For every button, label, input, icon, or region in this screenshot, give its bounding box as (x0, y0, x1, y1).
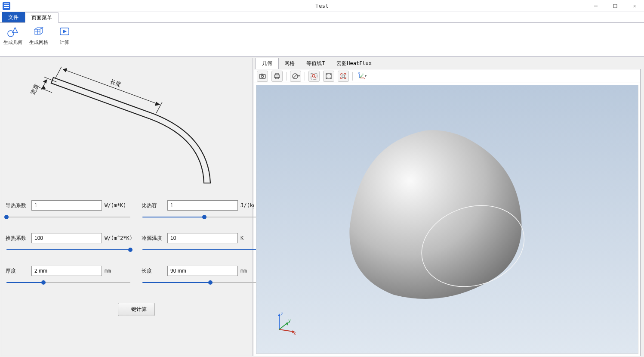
svg-marker-11 (63, 68, 67, 72)
svg-text:z: z (358, 72, 360, 74)
svg-line-27 (293, 74, 297, 78)
cold-source-temp-input[interactable] (167, 233, 238, 243)
svg-marker-17 (43, 80, 47, 83)
length-label: 长度 (142, 267, 165, 275)
field-specific-heat: 比热容 J/(kg*K) (142, 200, 267, 220)
specific-heat-slider[interactable] (142, 214, 266, 220)
ribbon-compute[interactable]: 计算 (54, 25, 75, 46)
svg-marker-12 (155, 102, 160, 106)
thickness-input[interactable] (31, 266, 102, 276)
view-tab-isolines[interactable]: 等值线T (300, 58, 331, 69)
thermal-conductivity-slider[interactable] (6, 214, 130, 220)
ribbon-generate-geometry[interactable]: 生成几何 (3, 25, 23, 46)
field-thermal-conductivity: 导热系数 W/(m*K) (6, 200, 131, 220)
axis-triad: z x y (273, 310, 299, 337)
main-area: 长度 宽度 导热系数 W/(m*K) (0, 57, 644, 357)
minimize-button[interactable] (586, 0, 605, 12)
heat-transfer-coeff-slider[interactable] (6, 247, 130, 253)
thickness-slider[interactable] (6, 279, 130, 286)
toolbar-separator (286, 72, 287, 81)
svg-marker-9 (63, 30, 67, 33)
title-bar: Test (0, 0, 644, 12)
svg-text:x: x (293, 331, 296, 336)
schematic-diagram: 长度 宽度 (12, 62, 241, 192)
parameters-panel: 长度 宽度 导热系数 W/(m*K) (1, 58, 253, 356)
toolbar-separator-3 (352, 72, 353, 81)
compute-icon (58, 25, 71, 38)
thermal-conductivity-label: 导热系数 (6, 202, 29, 209)
cold-source-temp-slider[interactable] (142, 247, 266, 253)
svg-rect-25 (275, 77, 279, 79)
length-input[interactable] (167, 266, 238, 276)
mesh-icon (32, 25, 46, 38)
view-tab-mesh[interactable]: 网格 (278, 58, 301, 69)
field-thickness: 厚度 mm (6, 266, 131, 286)
cold-source-temp-label: 冷源温度 (142, 235, 165, 242)
ribbon-generate-mesh-label: 生成网格 (29, 39, 48, 46)
window-title: Test (315, 3, 329, 9)
svg-line-30 (314, 77, 316, 78)
field-length: 长度 mm (142, 266, 267, 286)
view-tab-cloud[interactable]: 云图HeatFlux (330, 58, 378, 69)
thermal-conductivity-unit: W/(m*K) (105, 202, 131, 208)
app-icon (3, 2, 10, 10)
ribbon-tab-row: 文件 页面菜单 (0, 12, 644, 22)
specific-heat-label: 比热容 (142, 202, 165, 209)
svg-rect-1 (613, 4, 617, 8)
toolbar-separator-2 (305, 72, 305, 81)
field-heat-transfer-coeff: 换热系数 W/(m^2*K) (6, 233, 131, 253)
close-button[interactable] (625, 0, 644, 12)
svg-rect-24 (275, 74, 279, 75)
heat-transfer-coeff-input[interactable] (31, 233, 102, 243)
svg-line-18 (39, 87, 52, 93)
ribbon-group: 生成几何 生成网格 (3, 25, 75, 46)
view-tabs: 几何 网格 等值线T 云图HeatFlux (254, 58, 643, 69)
ribbon-body: 生成几何 生成网格 (0, 22, 644, 57)
geometry-icon (6, 25, 20, 38)
svg-text:y: y (362, 73, 364, 75)
heat-transfer-coeff-label: 换热系数 (6, 235, 29, 242)
viewer-panel: 几何 网格 等值线T 云图HeatFlux ▾ (254, 58, 643, 356)
svg-line-10 (63, 69, 160, 105)
maximize-button[interactable] (605, 0, 625, 12)
field-cold-source-temp: 冷源温度 K (142, 233, 267, 253)
3d-canvas[interactable]: z x y (256, 85, 638, 354)
transparency-button[interactable]: ▾ (290, 71, 301, 82)
length-slider[interactable] (142, 279, 266, 286)
zoom-box-button[interactable] (308, 71, 320, 82)
axis-orient-button[interactable]: z x y ▾ (356, 71, 367, 82)
ribbon-generate-geometry-label: 生成几何 (3, 39, 22, 46)
thickness-unit: mm (105, 268, 131, 274)
svg-line-46 (279, 323, 287, 329)
svg-rect-22 (261, 74, 263, 75)
view-toolbar: ▾ z (254, 69, 640, 83)
svg-text:z: z (280, 311, 283, 316)
view-tab-geometry[interactable]: 几何 (256, 58, 279, 69)
ribbon-tab-page-menu[interactable]: 页面菜单 (25, 12, 59, 23)
thickness-label: 厚度 (6, 267, 29, 275)
svg-line-43 (279, 329, 293, 332)
ribbon-compute-label: 计算 (60, 39, 69, 46)
compute-button-row: 一键计算 (6, 303, 267, 316)
svg-line-13 (55, 67, 62, 78)
heat-transfer-coeff-unit: W/(m^2*K) (105, 235, 131, 241)
svg-rect-32 (342, 75, 345, 78)
print-button[interactable] (271, 71, 283, 82)
svg-text:y: y (288, 318, 291, 323)
thermal-conductivity-input[interactable] (31, 200, 102, 211)
view-frame: ▾ z (254, 69, 641, 356)
window-controls (586, 0, 644, 12)
ribbon-tab-file[interactable]: 文件 (2, 12, 25, 22)
ribbon-tab-page-menu-label: 页面菜单 (31, 14, 52, 22)
zoom-extents-button[interactable] (323, 71, 334, 82)
form-area: 导热系数 W/(m*K) 比热容 J/(kg*K) (4, 196, 250, 320)
svg-line-35 (360, 75, 362, 78)
ribbon-generate-mesh[interactable]: 生成网格 (28, 25, 49, 46)
diagram-width-label: 宽度 (29, 83, 40, 96)
ribbon-tab-file-label: 文件 (8, 14, 18, 21)
one-click-compute-button[interactable]: 一键计算 (118, 303, 155, 316)
specific-heat-input[interactable] (167, 200, 238, 211)
svg-point-21 (262, 75, 264, 78)
zoom-selection-button[interactable] (338, 71, 349, 82)
snapshot-button[interactable] (257, 71, 268, 82)
